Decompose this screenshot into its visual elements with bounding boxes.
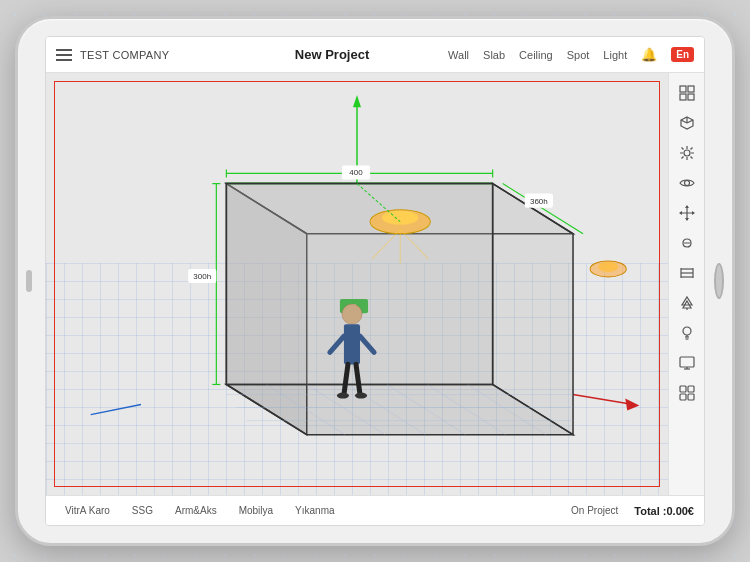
svg-line-4 — [91, 405, 141, 415]
menu-icon[interactable] — [56, 49, 72, 61]
svg-point-50 — [598, 262, 618, 272]
language-badge[interactable]: En — [671, 47, 694, 62]
tablet-home-button[interactable] — [714, 263, 724, 299]
svg-rect-91 — [680, 386, 686, 392]
svg-point-47 — [337, 393, 349, 399]
tab-ssg[interactable]: SSG — [123, 502, 162, 519]
notification-bell-icon[interactable]: 🔔 — [641, 47, 657, 62]
svg-point-41 — [342, 304, 362, 324]
toolbar-eye-button[interactable] — [673, 169, 701, 197]
project-title: New Project — [295, 47, 369, 62]
toolbar-3d-grid-button[interactable] — [673, 79, 701, 107]
nav-ceiling[interactable]: Ceiling — [519, 49, 553, 61]
toolbar-settings-button[interactable] — [673, 139, 701, 167]
toolbar-3d-box-button[interactable] — [673, 109, 701, 137]
svg-rect-52 — [688, 86, 694, 92]
tab-vitra-karo[interactable]: VitrA Karo — [56, 502, 119, 519]
3d-viewport[interactable]: 400 360h 300h E — [46, 73, 668, 495]
svg-point-68 — [684, 181, 689, 186]
nav-wall[interactable]: Wall — [448, 49, 469, 61]
svg-marker-1 — [353, 95, 361, 107]
room-3d-scene: 400 360h 300h E — [46, 73, 668, 495]
svg-line-65 — [690, 157, 692, 159]
svg-text:360h: 360h — [530, 197, 548, 206]
svg-point-59 — [684, 150, 690, 156]
svg-rect-93 — [680, 394, 686, 400]
svg-point-84 — [683, 327, 691, 335]
right-toolbar — [668, 73, 704, 495]
svg-marker-74 — [692, 211, 695, 215]
navbar-center: New Project — [216, 47, 448, 62]
toolbar-tree-button[interactable] — [673, 289, 701, 317]
tab-yikanma[interactable]: Yıkanma — [286, 502, 343, 519]
nav-slab[interactable]: Slab — [483, 49, 505, 61]
company-name: TEST COMPANY — [80, 49, 169, 61]
svg-line-67 — [681, 157, 683, 159]
navbar-right: Wall Slab Ceiling Spot Light 🔔 En — [448, 47, 694, 62]
svg-text:300h: 300h — [193, 272, 211, 281]
svg-rect-92 — [688, 386, 694, 392]
svg-line-57 — [687, 120, 693, 123]
bottom-right: On Project Total :0.00€ — [571, 505, 694, 517]
navbar-left: TEST COMPANY — [56, 49, 216, 61]
svg-rect-51 — [680, 86, 686, 92]
toolbar-pattern-button[interactable] — [673, 379, 701, 407]
svg-marker-72 — [685, 218, 689, 221]
svg-text:400: 400 — [349, 168, 363, 177]
svg-rect-42 — [344, 324, 360, 364]
toolbar-move-button[interactable] — [673, 199, 701, 227]
on-project-label: On Project — [571, 505, 618, 516]
toolbar-chain-button[interactable] — [673, 229, 701, 257]
svg-rect-54 — [688, 94, 694, 100]
tab-mobilya[interactable]: Mobilya — [230, 502, 282, 519]
svg-line-2 — [573, 395, 633, 405]
toolbar-monitor-button[interactable] — [673, 349, 701, 377]
total-price: Total :0.00€ — [634, 505, 694, 517]
toolbar-lines-button[interactable] — [673, 259, 701, 287]
navbar: TEST COMPANY New Project Wall Slab Ceili… — [46, 37, 704, 73]
svg-line-64 — [681, 148, 683, 150]
svg-rect-88 — [680, 357, 694, 367]
nav-light[interactable]: Light — [603, 49, 627, 61]
tab-arm-aks[interactable]: Arm&Aks — [166, 502, 226, 519]
svg-rect-94 — [688, 394, 694, 400]
svg-marker-71 — [685, 205, 689, 208]
main-content: 400 360h 300h E — [46, 73, 704, 495]
toolbar-bulb-button[interactable] — [673, 319, 701, 347]
tablet-frame: TEST COMPANY New Project Wall Slab Ceili… — [15, 16, 735, 546]
tablet-volume-button[interactable] — [26, 270, 32, 292]
svg-point-48 — [355, 393, 367, 399]
screen: TEST COMPANY New Project Wall Slab Ceili… — [45, 36, 705, 526]
bottom-tabs: VitrA Karo SSG Arm&Aks Mobilya Yıkanma — [56, 502, 571, 519]
nav-spot[interactable]: Spot — [567, 49, 590, 61]
svg-line-58 — [681, 120, 687, 123]
svg-line-66 — [690, 148, 692, 150]
bottom-bar: VitrA Karo SSG Arm&Aks Mobilya Yıkanma O… — [46, 495, 704, 525]
svg-marker-3 — [625, 399, 639, 411]
svg-rect-53 — [680, 94, 686, 100]
svg-point-36 — [382, 211, 418, 225]
svg-marker-73 — [679, 211, 682, 215]
